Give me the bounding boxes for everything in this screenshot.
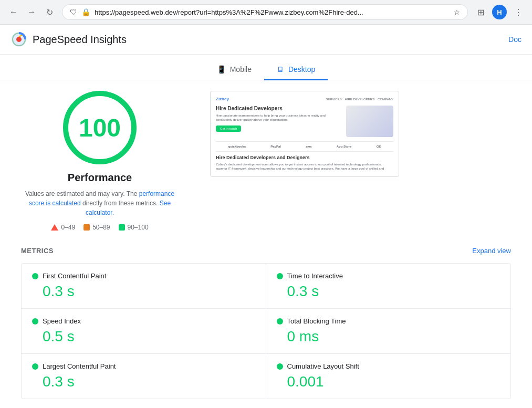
metric-tti-value: 0.3 s — [287, 283, 500, 300]
address-bar[interactable]: 🛡 🔒 https://pagespeed.web.dev/report?url… — [62, 4, 468, 20]
metric-lcp-value: 0.3 s — [43, 373, 255, 390]
legend-fail: 0–49 — [51, 224, 75, 231]
metric-tbt-value: 0 ms — [287, 328, 500, 345]
metric-si: Speed Index 0.5 s — [22, 309, 266, 354]
back-button[interactable]: ← — [6, 5, 21, 19]
legend-average: 50–89 — [84, 224, 110, 231]
metric-si-dot — [32, 318, 38, 325]
forward-button[interactable]: → — [24, 5, 39, 19]
expand-view-button[interactable]: Expand view — [472, 247, 511, 255]
score-label: Performance — [68, 172, 132, 184]
metric-lcp: Largest Contentful Paint 0.3 s — [22, 354, 266, 399]
metrics-title: METRICS — [21, 247, 54, 255]
legend-good-label: 90–100 — [128, 224, 149, 231]
website-preview: Zizbey SERVICES HIRE DEVELOPERS COMPANY … — [210, 91, 399, 177]
score-left: 100 Performance Values are estimated and… — [21, 91, 179, 231]
preview-nav-services: SERVICES — [326, 98, 341, 101]
preview-logo-ge: GE — [377, 145, 381, 148]
preview-cta: Get in touch — [216, 125, 241, 132]
preview-logos: quickbooks PayPal aws App Store GE — [216, 141, 393, 152]
profile-avatar[interactable]: H — [492, 5, 507, 19]
metrics-grid: First Contentful Paint 0.3 s Time to Int… — [21, 263, 511, 399]
security-icon: 🛡 — [70, 8, 77, 16]
metric-fcp-name: First Contentful Paint — [43, 272, 106, 280]
pagespeed-logo-icon — [11, 31, 27, 48]
score-circle: 100 — [63, 91, 137, 164]
metric-fcp-value: 0.3 s — [43, 283, 255, 300]
preview-inner: Zizbey SERVICES HIRE DEVELOPERS COMPANY … — [211, 91, 399, 176]
metric-cls-name: Cumulative Layout Shift — [287, 362, 359, 370]
fail-icon — [51, 224, 58, 231]
tab-mobile-label: Mobile — [230, 65, 252, 74]
metric-si-value: 0.5 s — [43, 328, 255, 345]
metric-fcp-name-row: First Contentful Paint — [32, 272, 255, 280]
score-legend: 0–49 50–89 90–100 — [51, 224, 148, 231]
preview-logo-quickbooks: quickbooks — [228, 145, 246, 148]
preview-hero: Hire Dedicated Developers Hire passionat… — [216, 106, 393, 137]
metrics-section: METRICS Expand view First Contentful Pai… — [21, 247, 511, 399]
metric-lcp-name: Largest Contentful Paint — [43, 362, 116, 370]
preview-nav: Zizbey SERVICES HIRE DEVELOPERS COMPANY — [216, 97, 393, 101]
preview-section-text: Zizbey's dedicated development team allo… — [216, 162, 393, 171]
metric-si-name-row: Speed Index — [32, 317, 255, 325]
score-desc-mid: directly from these metrics. — [82, 200, 158, 207]
preview-section-title: Hire Dedicated Developers and Designers — [216, 155, 393, 160]
preview-hero-title: Hire Dedicated Developers — [216, 106, 342, 111]
preview-nav-hire: HIRE DEVELOPERS — [345, 98, 374, 101]
metrics-header: METRICS Expand view — [21, 247, 511, 255]
url-text: https://pagespeed.web.dev/report?url=htt… — [95, 8, 450, 16]
score-section: 100 Performance Values are estimated and… — [21, 91, 511, 231]
preview-logo-paypal: PayPal — [270, 145, 281, 148]
metric-tbt-name: Total Blocking Time — [287, 317, 346, 325]
preview-hero-text: Hire Dedicated Developers Hire passionat… — [216, 106, 342, 137]
preview-hero-desc: Hire passionate team members to help bri… — [216, 113, 342, 122]
main-content: 100 Performance Values are estimated and… — [0, 80, 532, 408]
doc-link[interactable]: Doc — [508, 35, 521, 44]
metric-fcp: First Contentful Paint 0.3 s — [22, 264, 266, 309]
preview-logo: Zizbey — [216, 97, 229, 101]
metric-cls-name-row: Cumulative Layout Shift — [277, 362, 500, 370]
legend-good: 90–100 — [119, 224, 149, 231]
metric-tti-name-row: Time to Interactive — [277, 272, 500, 280]
metric-fcp-dot — [32, 273, 38, 279]
metric-tti-dot — [277, 273, 283, 279]
metric-tbt-name-row: Total Blocking Time — [277, 317, 500, 325]
average-icon — [84, 224, 90, 231]
metric-tti-name: Time to Interactive — [287, 272, 343, 280]
score-description: Values are estimated and may vary. The p… — [21, 189, 179, 217]
svg-point-1 — [16, 37, 22, 42]
menu-button[interactable]: ⋮ — [511, 5, 526, 19]
extensions-button[interactable]: ⊞ — [473, 5, 488, 19]
preview-logo-appstore: App Store — [337, 145, 352, 148]
preview-nav-company: COMPANY — [378, 98, 393, 101]
metric-cls-dot — [277, 363, 283, 370]
preview-hero-image — [346, 106, 393, 137]
metric-cls: Cumulative Layout Shift 0.001 — [266, 354, 511, 399]
metric-cls-value: 0.001 — [287, 373, 500, 390]
metric-tbt: Total Blocking Time 0 ms — [266, 309, 511, 354]
nav-buttons: ← → ↻ — [6, 5, 57, 19]
tab-desktop-label: Desktop — [288, 65, 315, 74]
browser-actions: ⊞ H ⋮ — [473, 5, 526, 19]
score-desc-text: Values are estimated and may vary. The — [25, 190, 137, 197]
desktop-icon: 🖥 — [277, 65, 284, 74]
lock-icon: 🔒 — [81, 8, 90, 16]
preview-logo-aws: aws — [306, 145, 311, 148]
tab-mobile[interactable]: 📱 Mobile — [204, 60, 264, 80]
preview-nav-links: SERVICES HIRE DEVELOPERS COMPANY — [326, 98, 393, 101]
logo-area: PageSpeed Insights — [11, 31, 127, 48]
reload-button[interactable]: ↻ — [42, 5, 57, 19]
bookmark-icon: ☆ — [454, 8, 460, 16]
metric-si-name: Speed Index — [43, 317, 81, 325]
legend-fail-label: 0–49 — [61, 224, 75, 231]
metric-tbt-dot — [277, 318, 283, 325]
score-number: 100 — [79, 113, 121, 142]
page-header: PageSpeed Insights Doc — [0, 25, 532, 55]
tabs-container: 📱 Mobile 🖥 Desktop — [0, 55, 532, 80]
good-icon — [119, 224, 125, 231]
legend-average-label: 50–89 — [92, 224, 110, 231]
metric-tti: Time to Interactive 0.3 s — [266, 264, 511, 309]
mobile-icon: 📱 — [217, 65, 226, 74]
metric-lcp-name-row: Largest Contentful Paint — [32, 362, 255, 370]
tab-desktop[interactable]: 🖥 Desktop — [264, 60, 328, 80]
